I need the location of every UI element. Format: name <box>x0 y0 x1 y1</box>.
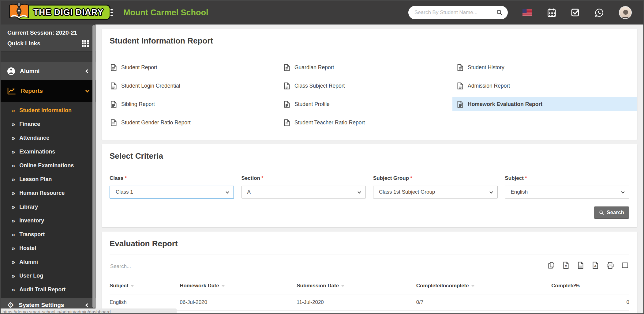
school-name: Mount Carmel School <box>123 8 208 17</box>
quick-links-label[interactable]: Quick Links <box>7 40 40 47</box>
evaluation-report-card: Evaluation Report x <box>102 232 637 313</box>
status-url-tooltip: https://demo.smart-school.in/admin/admin… <box>1 308 177 313</box>
sidebar-subitem-transport[interactable]: Transport <box>1 228 95 241</box>
link-student-history[interactable]: Student History <box>456 60 629 74</box>
sidebar-item-alumni-top[interactable]: Alumni <box>1 62 95 80</box>
subject-group-select[interactable]: Class 1st Subject Group <box>373 186 498 199</box>
copy-icon[interactable] <box>548 262 555 269</box>
logo-pill: THE DIGI DIARY <box>17 5 110 20</box>
excel-export-icon[interactable]: x <box>562 262 570 269</box>
sidebar-subitem-lesson-plan[interactable]: Lesson Plan <box>1 172 95 186</box>
column-header-submission-date[interactable]: Submission Date <box>297 279 416 294</box>
subject-label: Subject* <box>505 175 630 181</box>
required-asterisk: * <box>125 175 127 181</box>
link-class-subject-report[interactable]: Class Subject Report <box>283 79 456 93</box>
file-text-icon <box>284 82 290 89</box>
task-check-icon[interactable] <box>571 9 579 17</box>
student-search-box <box>408 6 508 19</box>
csv-export-icon[interactable] <box>577 262 584 269</box>
whatsapp-icon[interactable] <box>595 8 604 17</box>
file-text-icon <box>457 64 463 71</box>
student-search-input[interactable] <box>414 9 496 16</box>
print-icon[interactable] <box>606 262 614 269</box>
table-row[interactable]: English 01-Jul-2020 06-Jul-2020 0/7 0 <box>110 311 629 314</box>
logo-text: THE DIGI DIARY <box>33 7 103 17</box>
link-student-profile[interactable]: Student Profile <box>283 97 456 111</box>
sidebar-subitem-attendance[interactable]: Attendance <box>1 131 95 145</box>
report-link-label: Homework Evaluation Report <box>468 101 542 108</box>
cell-complete-percent: 0 <box>551 311 629 314</box>
subitem-label: Hostel <box>19 245 36 252</box>
sort-caret-icon <box>131 285 134 287</box>
sidebar-subitem-online-examinations[interactable]: Online Examinations <box>1 159 95 172</box>
chevron-down-icon <box>358 190 361 193</box>
page-title: Student Information Report <box>110 29 629 52</box>
double-chevron-icon <box>12 204 15 210</box>
subitem-label: Examinations <box>19 149 55 155</box>
sidebar-item-reports[interactable]: Reports <box>1 80 95 102</box>
sidebar-subitem-library[interactable]: Library <box>1 200 95 214</box>
top-navbar: THE DIGI DIARY Mount Carmel School <box>1 1 643 25</box>
search-icon[interactable] <box>496 9 503 16</box>
column-header-complete-incomplete[interactable]: Complete/Incomplete <box>416 279 551 294</box>
sort-caret-icon <box>341 285 344 287</box>
current-session-label: Current Session: 2020-21 <box>7 29 89 36</box>
chevron-left-icon <box>85 303 89 307</box>
double-chevron-icon <box>12 231 15 238</box>
section-select-value: A <box>247 189 251 195</box>
cell-complete-percent: 0 <box>551 294 629 311</box>
required-asterisk: * <box>261 175 264 181</box>
app-logo[interactable]: THE DIGI DIARY <box>1 1 97 25</box>
sidebar-subitem-audit-trail-report[interactable]: Audit Trail Report <box>1 283 95 297</box>
user-avatar[interactable] <box>619 6 632 19</box>
search-button[interactable]: Search <box>594 206 629 219</box>
sidebar-subitem-inventory[interactable]: Inventory <box>1 214 95 228</box>
link-admission-report[interactable]: Admission Report <box>456 79 629 93</box>
link-sibling-report[interactable]: Sibling Report <box>110 97 283 111</box>
sidebar-subitem-finance[interactable]: Finance <box>1 117 95 131</box>
link-guardian-report[interactable]: Guardian Report <box>283 60 456 74</box>
quick-links-grid-icon[interactable] <box>82 40 89 47</box>
sidebar: Current Session: 2020-21 Quick Links Alu… <box>1 25 95 313</box>
column-header-homework-date[interactable]: Homework Date <box>180 279 297 294</box>
column-visibility-icon[interactable] <box>621 262 629 269</box>
evaluation-report-title: Evaluation Report <box>110 232 629 255</box>
column-header-subject[interactable]: Subject <box>110 279 180 294</box>
cell-homework-date: 06-Jul-2020 <box>180 294 297 311</box>
language-flag-icon[interactable] <box>522 9 532 16</box>
cell-submission-date: 11-Jul-2020 <box>297 294 416 311</box>
sidebar-subitem-human-resource[interactable]: Human Resource <box>1 186 95 200</box>
cell-complete-incomplete: 0/7 <box>416 311 551 314</box>
class-select[interactable]: Class 1 <box>110 186 234 199</box>
status-url-text: https://demo.smart-school.in/admin/admin… <box>2 309 174 313</box>
link-homework-evaluation-report[interactable]: Homework Evaluation Report <box>452 97 637 111</box>
reports-submenu: Student Information Finance Attendance E… <box>1 102 95 298</box>
link-student-gender-ratio-report[interactable]: Student Gender Ratio Report <box>110 115 283 130</box>
link-student-login-credential[interactable]: Student Login Credential <box>110 79 283 93</box>
column-header-complete-percent[interactable]: Complete% <box>551 279 629 294</box>
subject-select[interactable]: English <box>505 186 630 199</box>
chart-line-icon <box>7 87 16 95</box>
link-student-report[interactable]: Student Report <box>110 60 283 74</box>
file-text-icon <box>284 101 290 108</box>
sidebar-scrollbar[interactable] <box>92 25 95 308</box>
sidebar-subitem-alumni[interactable]: Alumni <box>1 255 95 269</box>
double-chevron-icon <box>12 176 15 183</box>
sidebar-subitem-examinations[interactable]: Examinations <box>1 145 95 159</box>
section-select[interactable]: A <box>242 186 366 199</box>
pdf-export-icon[interactable]: A <box>592 262 599 269</box>
report-link-label: Student Teacher Ratio Report <box>294 119 365 126</box>
calendar-icon[interactable] <box>548 8 556 17</box>
sidebar-subitem-hostel[interactable]: Hostel <box>1 241 95 255</box>
report-link-label: Sibling Report <box>121 101 155 108</box>
export-toolbar: x A <box>547 262 629 272</box>
link-student-teacher-ratio-report[interactable]: Student Teacher Ratio Report <box>283 115 456 130</box>
chevron-down-icon <box>489 190 493 193</box>
table-search-input[interactable] <box>110 262 179 272</box>
sidebar-subitem-user-log[interactable]: User Log <box>1 269 95 283</box>
person-silhouette-icon <box>620 9 632 19</box>
sidebar-subitem-student-information[interactable]: Student Information <box>1 104 95 117</box>
subitem-label: Online Examinations <box>19 162 74 169</box>
table-row[interactable]: English 06-Jul-2020 11-Jul-2020 0/7 0 <box>110 294 629 311</box>
double-chevron-icon <box>12 149 15 155</box>
